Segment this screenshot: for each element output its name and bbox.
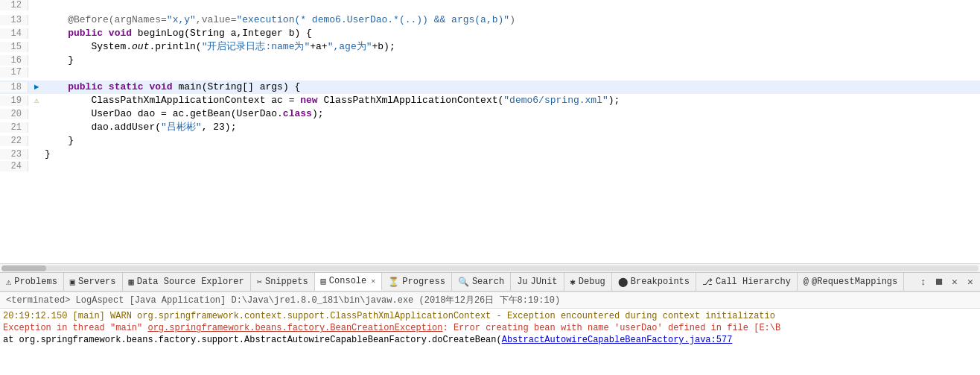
requestmappings-tab-label: @RequestMappings	[812, 277, 897, 287]
console-tab-icon: ▤	[321, 276, 326, 287]
tab-junit[interactable]: JuJUnit	[511, 273, 564, 291]
console-stack-link[interactable]: AbstractAutowireCapableBeanFactory.java:…	[502, 335, 733, 345]
console-line: 20:19:12.150 [main] WARN org.springframe…	[3, 310, 977, 322]
line-number: 22	[0, 136, 28, 146]
callhierarchy-tab-label: Call Hierarchy	[716, 277, 791, 287]
line-number: 19	[0, 95, 28, 106]
line-marker: ►	[31, 83, 42, 92]
datasource-tab-icon: ▦	[129, 277, 134, 288]
line-number: 12	[0, 0, 28, 10]
code-line-15: 15 System.out.println("开启记录日志:name为"+a+"…	[0, 40, 980, 54]
line-number: 21	[0, 122, 28, 133]
servers-tab-label: Servers	[78, 277, 115, 287]
tab-datasource[interactable]: ▦Data Source Explorer	[123, 273, 251, 291]
tab-breakpoints[interactable]: ⬤Breakpoints	[612, 273, 696, 291]
servers-tab-icon: ▣	[70, 277, 75, 288]
progress-tab-icon: ⏳	[388, 277, 399, 288]
code-line-13: 13 @Before(argNames="x,y",value="executi…	[0, 13, 980, 27]
console-line: Exception in thread "main" org.springfra…	[3, 322, 977, 334]
line-number: 17	[0, 67, 28, 78]
console-line: at org.springframework.beans.factory.sup…	[3, 334, 977, 346]
line-content: }	[42, 148, 51, 161]
line-content: System.out.println("开启记录日志:name为"+a+",ag…	[42, 40, 395, 54]
bottom-tabs-bar: ⚠Problems▣Servers▦Data Source Explorer✂S…	[0, 272, 980, 292]
tab-problems[interactable]: ⚠Problems	[0, 273, 64, 291]
tab-debug[interactable]: ✱Debug	[564, 273, 612, 291]
code-line-16: 16 }	[0, 54, 980, 67]
line-content: UserDao dao = ac.getBean(UserDao.class);	[42, 107, 323, 121]
tab-console[interactable]: ▤Console✕	[315, 273, 383, 291]
search-tab-label: Search	[472, 277, 504, 287]
problems-tab-label: Problems	[14, 277, 57, 287]
datasource-tab-label: Data Source Explorer	[137, 277, 244, 287]
line-content: public static void main(String[] args) {	[42, 81, 300, 94]
problems-tab-icon: ⚠	[6, 277, 11, 288]
console-error-link[interactable]: org.springframework.beans.factory.BeanCr…	[147, 323, 442, 333]
line-number: 13	[0, 15, 28, 25]
code-line-14: 14 public void beginLog(String a,Integer…	[0, 27, 980, 40]
tab-requestmappings[interactable]: @@RequestMappings	[798, 273, 904, 291]
line-content: ClassPathXmlApplicationContext ac = new …	[42, 94, 620, 107]
tab-callhierarchy[interactable]: ⎇Call Hierarchy	[696, 273, 798, 291]
console-header: <terminated> LogAspect [Java Application…	[0, 292, 980, 309]
breakpoints-tab-icon: ⬤	[618, 277, 628, 288]
code-line-22: 22 }	[0, 134, 980, 148]
toolbar-stop-button[interactable]: ⏹	[932, 275, 946, 289]
code-line-24: 24	[0, 161, 980, 174]
progress-tab-label: Progress	[402, 277, 445, 287]
line-number: 16	[0, 55, 28, 66]
junit-tab-label: JUnit	[531, 277, 558, 287]
scroll-thumb[interactable]	[1, 265, 46, 271]
debug-tab-label: Debug	[579, 277, 605, 287]
line-number: 15	[0, 42, 28, 52]
search-tab-icon: 🔍	[458, 277, 469, 288]
code-line-23: 23}	[0, 148, 980, 161]
line-content: dao.addUser("吕彬彬", 23);	[42, 121, 236, 134]
line-number: 20	[0, 109, 28, 119]
line-marker: ⚠	[31, 95, 42, 105]
requestmappings-tab-icon: @	[804, 277, 809, 287]
toolbar-close-button[interactable]: ✕	[948, 275, 961, 289]
line-content: }	[42, 134, 74, 148]
toolbar-minimize-button[interactable]: ✕	[964, 275, 977, 289]
console-tab-close[interactable]: ✕	[371, 277, 375, 286]
tabs-container: ⚠Problems▣Servers▦Data Source Explorer✂S…	[0, 273, 904, 291]
snippets-tab-icon: ✂	[257, 277, 262, 288]
line-number: 14	[0, 28, 28, 39]
line-number: 23	[0, 149, 28, 160]
code-line-12: 12	[0, 0, 980, 13]
junit-tab-icon: Ju	[517, 277, 527, 287]
code-line-20: 20 UserDao dao = ac.getBean(UserDao.clas…	[0, 107, 980, 121]
tab-progress[interactable]: ⏳Progress	[382, 273, 452, 291]
line-number: 24	[0, 161, 28, 171]
code-line-21: 21 dao.addUser("吕彬彬", 23);	[0, 121, 980, 134]
code-editor: 1213 @Before(argNames="x,y",value="execu…	[0, 0, 980, 272]
tab-search[interactable]: 🔍Search	[452, 273, 511, 291]
tab-servers[interactable]: ▣Servers	[64, 273, 123, 291]
line-number: 18	[0, 82, 28, 92]
code-line-17: 17	[0, 67, 980, 81]
console-tab-label: Console	[329, 276, 366, 286]
debug-tab-icon: ✱	[570, 277, 576, 288]
line-content: @Before(argNames="x,y",value="execution(…	[42, 13, 515, 27]
code-line-18: 18► public static void main(String[] arg…	[0, 81, 980, 94]
line-content: public void beginLog(String a,Integer b)…	[42, 27, 312, 40]
console-panel: <terminated> LogAspect [Java Application…	[0, 292, 980, 375]
scroll-track[interactable]	[1, 265, 979, 271]
console-output: 20:19:12.150 [main] WARN org.springframe…	[0, 309, 980, 375]
horizontal-scrollbar[interactable]	[0, 263, 980, 272]
line-content: }	[42, 54, 74, 67]
breakpoints-tab-label: Breakpoints	[631, 277, 690, 287]
callhierarchy-tab-icon: ⎇	[702, 277, 713, 288]
tabs-toolbar: ↕ ⏹ ✕ ✕	[914, 273, 980, 291]
tab-snippets[interactable]: ✂Snippets	[251, 273, 315, 291]
snippets-tab-label: Snippets	[265, 277, 308, 287]
toolbar-pin-button[interactable]: ↕	[917, 275, 930, 289]
code-line-19: 19⚠ ClassPathXmlApplicationContext ac = …	[0, 94, 980, 107]
code-lines: 1213 @Before(argNames="x,y",value="execu…	[0, 0, 980, 263]
